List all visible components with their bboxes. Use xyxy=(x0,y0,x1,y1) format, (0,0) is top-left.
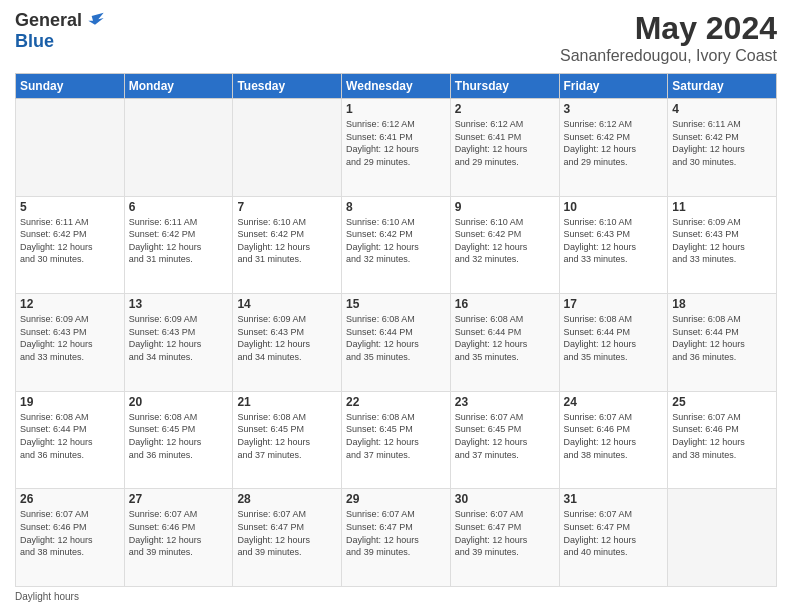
calendar-cell: 21Sunrise: 6:08 AM Sunset: 6:45 PM Dayli… xyxy=(233,391,342,489)
day-info: Sunrise: 6:10 AM Sunset: 6:42 PM Dayligh… xyxy=(237,216,337,266)
calendar-cell: 5Sunrise: 6:11 AM Sunset: 6:42 PM Daylig… xyxy=(16,196,125,294)
footer-note: Daylight hours xyxy=(15,591,777,602)
calendar-cell: 19Sunrise: 6:08 AM Sunset: 6:44 PM Dayli… xyxy=(16,391,125,489)
calendar-week-row: 19Sunrise: 6:08 AM Sunset: 6:44 PM Dayli… xyxy=(16,391,777,489)
calendar-cell: 9Sunrise: 6:10 AM Sunset: 6:42 PM Daylig… xyxy=(450,196,559,294)
day-info: Sunrise: 6:09 AM Sunset: 6:43 PM Dayligh… xyxy=(237,313,337,363)
day-info: Sunrise: 6:07 AM Sunset: 6:46 PM Dayligh… xyxy=(20,508,120,558)
calendar-cell: 18Sunrise: 6:08 AM Sunset: 6:44 PM Dayli… xyxy=(668,294,777,392)
day-info: Sunrise: 6:12 AM Sunset: 6:41 PM Dayligh… xyxy=(346,118,446,168)
day-number: 12 xyxy=(20,297,120,311)
calendar-cell xyxy=(233,99,342,197)
weekday-header-thursday: Thursday xyxy=(450,74,559,99)
day-number: 29 xyxy=(346,492,446,506)
day-number: 2 xyxy=(455,102,555,116)
day-number: 19 xyxy=(20,395,120,409)
day-info: Sunrise: 6:08 AM Sunset: 6:45 PM Dayligh… xyxy=(346,411,446,461)
day-number: 6 xyxy=(129,200,229,214)
calendar-week-row: 1Sunrise: 6:12 AM Sunset: 6:41 PM Daylig… xyxy=(16,99,777,197)
day-info: Sunrise: 6:07 AM Sunset: 6:47 PM Dayligh… xyxy=(237,508,337,558)
day-number: 18 xyxy=(672,297,772,311)
day-info: Sunrise: 6:10 AM Sunset: 6:43 PM Dayligh… xyxy=(564,216,664,266)
day-number: 28 xyxy=(237,492,337,506)
day-info: Sunrise: 6:08 AM Sunset: 6:44 PM Dayligh… xyxy=(564,313,664,363)
day-info: Sunrise: 6:11 AM Sunset: 6:42 PM Dayligh… xyxy=(129,216,229,266)
day-number: 23 xyxy=(455,395,555,409)
day-info: Sunrise: 6:08 AM Sunset: 6:44 PM Dayligh… xyxy=(672,313,772,363)
day-number: 25 xyxy=(672,395,772,409)
daylight-label: Daylight hours xyxy=(15,591,79,602)
calendar-cell: 11Sunrise: 6:09 AM Sunset: 6:43 PM Dayli… xyxy=(668,196,777,294)
weekday-header-sunday: Sunday xyxy=(16,74,125,99)
title-block: May 2024 Sananferedougou, Ivory Coast xyxy=(560,10,777,65)
calendar-week-row: 12Sunrise: 6:09 AM Sunset: 6:43 PM Dayli… xyxy=(16,294,777,392)
day-number: 8 xyxy=(346,200,446,214)
logo-general-text: General xyxy=(15,10,82,31)
day-number: 15 xyxy=(346,297,446,311)
calendar-cell: 29Sunrise: 6:07 AM Sunset: 6:47 PM Dayli… xyxy=(342,489,451,587)
page: General Blue May 2024 Sananferedougou, I… xyxy=(0,0,792,612)
calendar-cell: 4Sunrise: 6:11 AM Sunset: 6:42 PM Daylig… xyxy=(668,99,777,197)
calendar-cell: 13Sunrise: 6:09 AM Sunset: 6:43 PM Dayli… xyxy=(124,294,233,392)
calendar-cell: 26Sunrise: 6:07 AM Sunset: 6:46 PM Dayli… xyxy=(16,489,125,587)
day-info: Sunrise: 6:07 AM Sunset: 6:46 PM Dayligh… xyxy=(672,411,772,461)
calendar-cell: 22Sunrise: 6:08 AM Sunset: 6:45 PM Dayli… xyxy=(342,391,451,489)
calendar-cell: 10Sunrise: 6:10 AM Sunset: 6:43 PM Dayli… xyxy=(559,196,668,294)
calendar-cell xyxy=(124,99,233,197)
day-number: 14 xyxy=(237,297,337,311)
day-info: Sunrise: 6:08 AM Sunset: 6:45 PM Dayligh… xyxy=(129,411,229,461)
day-number: 30 xyxy=(455,492,555,506)
calendar-cell: 28Sunrise: 6:07 AM Sunset: 6:47 PM Dayli… xyxy=(233,489,342,587)
day-number: 31 xyxy=(564,492,664,506)
calendar-cell: 27Sunrise: 6:07 AM Sunset: 6:46 PM Dayli… xyxy=(124,489,233,587)
day-info: Sunrise: 6:07 AM Sunset: 6:45 PM Dayligh… xyxy=(455,411,555,461)
day-number: 27 xyxy=(129,492,229,506)
calendar-cell: 16Sunrise: 6:08 AM Sunset: 6:44 PM Dayli… xyxy=(450,294,559,392)
weekday-header-monday: Monday xyxy=(124,74,233,99)
calendar-cell: 17Sunrise: 6:08 AM Sunset: 6:44 PM Dayli… xyxy=(559,294,668,392)
calendar: SundayMondayTuesdayWednesdayThursdayFrid… xyxy=(15,73,777,587)
weekday-header-row: SundayMondayTuesdayWednesdayThursdayFrid… xyxy=(16,74,777,99)
main-title: May 2024 xyxy=(560,10,777,47)
calendar-cell: 12Sunrise: 6:09 AM Sunset: 6:43 PM Dayli… xyxy=(16,294,125,392)
calendar-cell xyxy=(668,489,777,587)
day-number: 4 xyxy=(672,102,772,116)
day-number: 5 xyxy=(20,200,120,214)
subtitle: Sananferedougou, Ivory Coast xyxy=(560,47,777,65)
day-number: 16 xyxy=(455,297,555,311)
weekday-header-saturday: Saturday xyxy=(668,74,777,99)
day-info: Sunrise: 6:07 AM Sunset: 6:47 PM Dayligh… xyxy=(455,508,555,558)
calendar-cell: 1Sunrise: 6:12 AM Sunset: 6:41 PM Daylig… xyxy=(342,99,451,197)
day-info: Sunrise: 6:09 AM Sunset: 6:43 PM Dayligh… xyxy=(20,313,120,363)
day-info: Sunrise: 6:07 AM Sunset: 6:46 PM Dayligh… xyxy=(564,411,664,461)
weekday-header-friday: Friday xyxy=(559,74,668,99)
day-info: Sunrise: 6:08 AM Sunset: 6:44 PM Dayligh… xyxy=(20,411,120,461)
calendar-cell: 2Sunrise: 6:12 AM Sunset: 6:41 PM Daylig… xyxy=(450,99,559,197)
calendar-week-row: 5Sunrise: 6:11 AM Sunset: 6:42 PM Daylig… xyxy=(16,196,777,294)
logo: General Blue xyxy=(15,10,105,52)
calendar-cell: 3Sunrise: 6:12 AM Sunset: 6:42 PM Daylig… xyxy=(559,99,668,197)
weekday-header-wednesday: Wednesday xyxy=(342,74,451,99)
day-info: Sunrise: 6:07 AM Sunset: 6:46 PM Dayligh… xyxy=(129,508,229,558)
calendar-cell: 24Sunrise: 6:07 AM Sunset: 6:46 PM Dayli… xyxy=(559,391,668,489)
day-number: 11 xyxy=(672,200,772,214)
day-number: 26 xyxy=(20,492,120,506)
logo-bird-icon xyxy=(85,11,105,31)
day-info: Sunrise: 6:12 AM Sunset: 6:42 PM Dayligh… xyxy=(564,118,664,168)
day-info: Sunrise: 6:09 AM Sunset: 6:43 PM Dayligh… xyxy=(672,216,772,266)
logo-blue-text: Blue xyxy=(15,31,54,52)
calendar-cell: 7Sunrise: 6:10 AM Sunset: 6:42 PM Daylig… xyxy=(233,196,342,294)
weekday-header-tuesday: Tuesday xyxy=(233,74,342,99)
day-number: 10 xyxy=(564,200,664,214)
day-info: Sunrise: 6:12 AM Sunset: 6:41 PM Dayligh… xyxy=(455,118,555,168)
day-info: Sunrise: 6:10 AM Sunset: 6:42 PM Dayligh… xyxy=(455,216,555,266)
calendar-cell: 20Sunrise: 6:08 AM Sunset: 6:45 PM Dayli… xyxy=(124,391,233,489)
day-number: 20 xyxy=(129,395,229,409)
header: General Blue May 2024 Sananferedougou, I… xyxy=(15,10,777,65)
day-info: Sunrise: 6:09 AM Sunset: 6:43 PM Dayligh… xyxy=(129,313,229,363)
day-info: Sunrise: 6:08 AM Sunset: 6:44 PM Dayligh… xyxy=(346,313,446,363)
day-number: 22 xyxy=(346,395,446,409)
calendar-cell: 31Sunrise: 6:07 AM Sunset: 6:47 PM Dayli… xyxy=(559,489,668,587)
day-info: Sunrise: 6:11 AM Sunset: 6:42 PM Dayligh… xyxy=(20,216,120,266)
day-info: Sunrise: 6:08 AM Sunset: 6:45 PM Dayligh… xyxy=(237,411,337,461)
